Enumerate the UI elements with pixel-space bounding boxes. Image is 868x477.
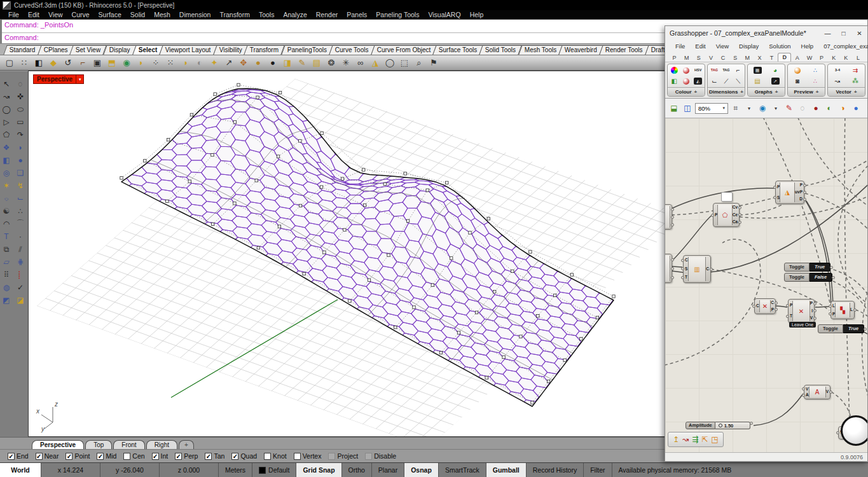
status-pane-smarttrack[interactable]: SmartTrack	[439, 463, 486, 477]
toolbar-tab-render-tools[interactable]: Render Tools	[599, 45, 649, 55]
osnap-end-checkbox[interactable]: ✓	[8, 453, 15, 460]
dark-sphere-icon[interactable]: ●	[266, 57, 280, 69]
select-brush-icon[interactable]: ◌	[14, 78, 27, 90]
fill-display-icon[interactable]: ◧	[32, 57, 46, 69]
sphere-icon[interactable]: ●	[14, 154, 27, 166]
gh-menu-file[interactable]: File	[670, 43, 690, 50]
pen-icon[interactable]: ✎	[295, 57, 309, 69]
toolbar-tab-standard[interactable]: Standard	[3, 45, 41, 55]
menu-transform[interactable]: Transform	[215, 11, 254, 18]
fillet-icon[interactable]: ⌔	[0, 192, 13, 204]
focus-extents-icon[interactable]: ⌗	[730, 102, 741, 114]
gh-tab-m-1[interactable]: M	[680, 54, 692, 62]
gh-component-dispatch[interactable]: LP▚L	[830, 301, 855, 319]
boolean-toggle-2[interactable]: ToggleFalse	[784, 273, 835, 282]
view-tab-right[interactable]: Right	[146, 440, 177, 449]
gh-tab-k-13[interactable]: K	[828, 54, 840, 62]
undo-icon[interactable]: ↺	[61, 57, 75, 69]
toolbar-tab-visibility[interactable]: Visibility	[213, 45, 248, 55]
tag-delete-icon[interactable]: TAG	[710, 67, 719, 74]
amplitude-slider[interactable]: Amplitude1.50	[685, 422, 753, 429]
gh-component-cull-duplicates[interactable]: PT✕PIV	[788, 299, 815, 323]
open-file-icon[interactable]: ⬓	[668, 102, 680, 114]
boolean-icon[interactable]: ☯	[0, 205, 13, 217]
gold-half-box-icon[interactable]: ◨	[280, 57, 294, 69]
view-tab-front[interactable]: Front	[113, 440, 144, 449]
menu-edit[interactable]: Edit	[24, 11, 44, 18]
color-wheel-icon[interactable]: ◉	[120, 57, 134, 69]
viewport-title-chip[interactable]: Perspective ▾	[33, 74, 84, 84]
zoom-caret-icon[interactable]: ▾	[722, 106, 725, 111]
toggle-value[interactable]: False	[809, 273, 832, 282]
hsv-icon[interactable]: HSV	[694, 67, 703, 74]
gh-tab-v-3[interactable]: V	[705, 54, 717, 62]
blue-sphere-icon[interactable]: ●	[850, 102, 862, 114]
gh-panel-dimensions-expand[interactable]: +	[740, 89, 743, 95]
boolean-toggle-3[interactable]: ToggleTrue	[818, 324, 867, 333]
gradient-sphere-icon[interactable]: ◐	[193, 57, 207, 69]
osnap-perp[interactable]: ✓Perp	[175, 452, 198, 460]
egg-icon[interactable]: ●	[251, 57, 265, 69]
surface-points-icon[interactable]: ❖	[0, 141, 13, 153]
tag-icon[interactable]: TAG	[722, 67, 731, 74]
rectangle-icon[interactable]: ▭	[14, 116, 27, 128]
menu-mesh[interactable]: Mesh	[149, 11, 175, 18]
view-tab-perspective[interactable]: Perspective	[32, 440, 84, 449]
toolbar-tab-mesh-tools[interactable]: Mesh Tools	[518, 45, 563, 55]
boolean-toggle-1[interactable]: ToggleTrue	[784, 263, 833, 272]
zoom-select[interactable]: 80%▾	[695, 103, 728, 114]
osnap-cen[interactable]: Cen	[123, 452, 144, 460]
box-widget-icon[interactable]: ◳	[711, 435, 718, 444]
polyline-dim-icon[interactable]: ⌐	[734, 67, 743, 74]
column-icon[interactable]: ⋕	[14, 256, 27, 268]
cplane-selector[interactable]: World	[0, 463, 41, 477]
select-arrow-icon[interactable]: ↖	[0, 78, 13, 90]
surface-bend-icon[interactable]: ◗	[14, 141, 27, 153]
array-icon[interactable]: ⠿	[0, 268, 13, 280]
osnap-quad[interactable]: ✓Quad	[231, 452, 257, 460]
pie-graph-icon[interactable]: ◕	[771, 67, 780, 74]
gh-menu-view[interactable]: View	[711, 43, 734, 50]
move-widget-icon[interactable]: ⇱	[701, 435, 708, 444]
diag-dim-icon[interactable]: ⟋	[722, 78, 731, 85]
gh-panel-vector-expand[interactable]: +	[854, 89, 857, 95]
open-surface-icon[interactable]: ◗	[134, 57, 148, 69]
osnap-mid-checkbox[interactable]: ✓	[97, 453, 104, 460]
red-sphere-icon[interactable]	[683, 67, 689, 74]
toolbar-tab-viewport-layout[interactable]: Viewport Layout	[159, 45, 217, 55]
osnap-point-checkbox[interactable]: ✓	[65, 453, 72, 460]
gh-tab-t-8[interactable]: T	[766, 54, 778, 62]
menu-panels[interactable]: Panels	[342, 11, 371, 18]
orange-select-icon[interactable]: ◑	[837, 102, 848, 114]
curve-vector-icon[interactable]: ↝	[833, 78, 842, 85]
explode-icon[interactable]: ✶	[0, 179, 13, 191]
chamfer-icon[interactable]: ⌙	[14, 192, 27, 204]
ellipse-icon[interactable]: ⬭	[14, 103, 27, 115]
toolbar-tab-display[interactable]: Display	[103, 45, 136, 55]
freeform-curve-icon[interactable]: ↝	[0, 90, 13, 102]
gh-panel-preview-expand[interactable]: +	[816, 89, 819, 95]
gh-panel-graphs-expand[interactable]: +	[775, 89, 778, 95]
menu-file[interactable]: File	[4, 11, 24, 18]
slider-track[interactable]: 1.50	[715, 422, 750, 429]
new-file-icon[interactable]: ▢	[3, 57, 17, 69]
axis-widget-icon[interactable]: ↥	[673, 435, 679, 444]
minimize-button[interactable]: —	[820, 26, 836, 40]
green-select-icon[interactable]: ◐	[823, 102, 835, 114]
menu-solid[interactable]: Solid	[126, 11, 149, 18]
gh-tab-s-2[interactable]: S	[692, 54, 705, 62]
units-display[interactable]: Meters	[219, 463, 252, 477]
half-sphere-icon[interactable]: ◑	[178, 57, 192, 69]
gh-panel-colour-expand[interactable]: +	[694, 89, 698, 95]
wire-icon[interactable]: ↗	[222, 57, 236, 69]
array-linear-icon[interactable]: ⡇	[14, 268, 27, 280]
osnap-point[interactable]: ✓Point	[65, 452, 90, 460]
view-tab-top[interactable]: Top	[85, 440, 112, 449]
toolbar-tab-panelingtools[interactable]: PanelingTools	[281, 45, 333, 55]
spectrum-icon[interactable]: ◭	[694, 78, 702, 85]
maximize-button[interactable]: □	[836, 26, 851, 40]
gh-component-amplitude[interactable]: VAAV	[804, 385, 830, 399]
dots-pink-icon[interactable]: ∴	[811, 78, 820, 85]
polyline-icon[interactable]: ▷	[0, 116, 13, 128]
menu-visualarq[interactable]: VisualARQ	[424, 11, 465, 18]
